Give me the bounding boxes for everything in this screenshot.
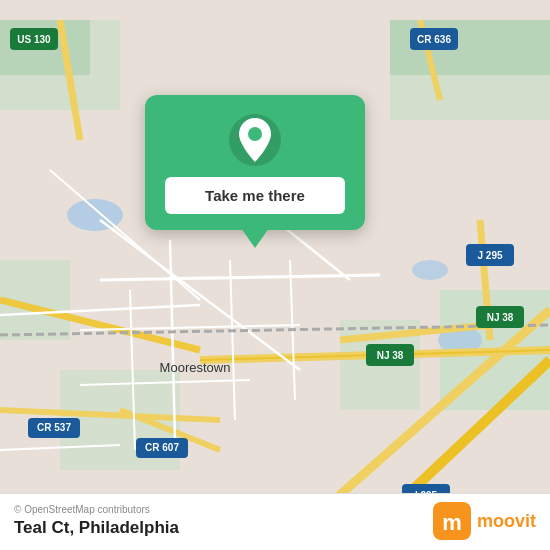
moovit-text: moovit — [477, 511, 536, 532]
popup-card: Take me there — [145, 95, 365, 230]
svg-text:m: m — [442, 510, 462, 535]
svg-text:NJ 38: NJ 38 — [377, 350, 404, 361]
moovit-icon: m — [433, 502, 471, 540]
svg-text:CR 537: CR 537 — [37, 422, 71, 433]
svg-text:US 130: US 130 — [17, 34, 51, 45]
location-pin-icon — [228, 113, 282, 167]
svg-point-10 — [412, 260, 448, 280]
map-svg: US 130 CR 636 J 295 NJ 38 NJ 38 CR 537 C… — [0, 0, 550, 550]
moovit-logo: m moovit — [433, 502, 536, 540]
svg-text:CR 607: CR 607 — [145, 442, 179, 453]
svg-text:NJ 38: NJ 38 — [487, 312, 514, 323]
svg-text:CR 636: CR 636 — [417, 34, 451, 45]
osm-attribution: © OpenStreetMap contributors — [14, 504, 179, 515]
svg-text:Moorestown: Moorestown — [160, 360, 231, 375]
location-label: Teal Ct, Philadelphia — [14, 518, 179, 538]
bottom-bar: © OpenStreetMap contributors Teal Ct, Ph… — [0, 493, 550, 550]
svg-point-57 — [248, 127, 262, 141]
take-me-there-button[interactable]: Take me there — [165, 177, 345, 214]
svg-text:J 295: J 295 — [477, 250, 502, 261]
bottom-left: © OpenStreetMap contributors Teal Ct, Ph… — [14, 504, 179, 538]
map-container: US 130 CR 636 J 295 NJ 38 NJ 38 CR 537 C… — [0, 0, 550, 550]
